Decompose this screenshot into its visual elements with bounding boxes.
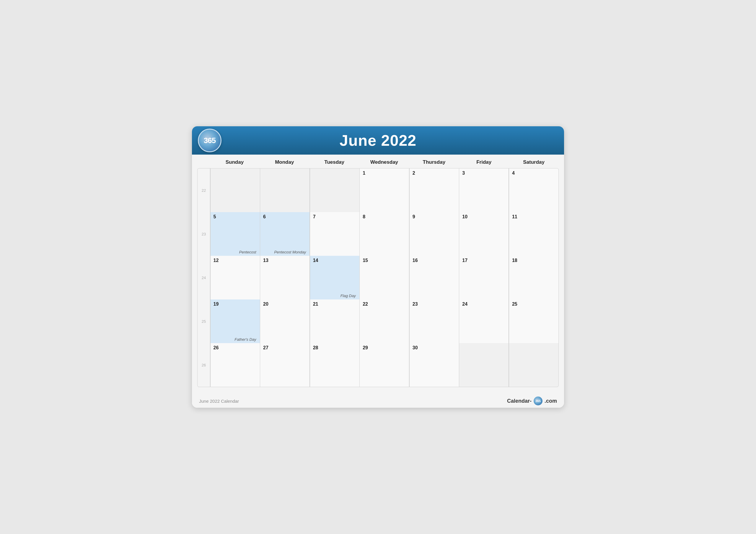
cal-cell-w2-d3[interactable]: 15 xyxy=(360,256,409,299)
day-num-20: 20 xyxy=(263,301,307,307)
cal-cell-w2-d5[interactable]: 17 xyxy=(459,256,508,299)
day-header-friday: Friday xyxy=(459,158,509,167)
cal-cell-w3-d6[interactable]: 25 xyxy=(509,299,558,343)
cal-cell-w4-d2[interactable]: 28 xyxy=(310,343,359,387)
calendar-container: 365 June 2022 Sunday Monday Tuesday Wedn… xyxy=(192,126,564,408)
cal-cell-w2-d2[interactable]: 14Flag Day xyxy=(310,256,359,299)
week-num-3: 25 xyxy=(198,299,210,343)
cal-cell-w1-d4[interactable]: 9 xyxy=(410,212,459,256)
footer-brand-prefix: Calendar- xyxy=(507,398,531,404)
footer-brand-suffix: .com xyxy=(545,398,557,404)
cal-cell-w4-d1[interactable]: 27 xyxy=(260,343,310,387)
cal-cell-w4-d0[interactable]: 26 xyxy=(210,343,260,387)
day-num-17: 17 xyxy=(462,258,505,263)
calendar-body: Sunday Monday Tuesday Wednesday Thursday… xyxy=(192,155,564,393)
cal-cell-w4-d3[interactable]: 29 xyxy=(360,343,409,387)
week-num-1: 23 xyxy=(198,212,210,256)
cal-cell-w4-d6[interactable] xyxy=(509,343,558,387)
week-num-4: 26 xyxy=(198,343,210,387)
day-num-4: 4 xyxy=(512,170,555,176)
day-num-11: 11 xyxy=(512,214,555,219)
day-num-30: 30 xyxy=(413,345,456,350)
week-num-header-empty xyxy=(197,158,210,167)
cal-cell-w0-d2[interactable] xyxy=(310,168,359,212)
cal-cell-w2-d4[interactable]: 16 xyxy=(410,256,459,299)
calendar-row-2: 24121314Flag Day15161718 xyxy=(198,256,558,299)
day-num-16: 16 xyxy=(413,258,456,263)
day-header-monday: Monday xyxy=(259,158,310,167)
day-num-12: 12 xyxy=(213,258,257,263)
cal-cell-w3-d3[interactable]: 22 xyxy=(360,299,409,343)
day-num-3: 3 xyxy=(462,170,505,176)
cal-cell-w0-d5[interactable]: 3 xyxy=(459,168,508,212)
calendar-title: June 2022 xyxy=(339,132,417,149)
day-num-29: 29 xyxy=(363,345,406,350)
day-num-19: 19 xyxy=(213,301,257,307)
day-num-24: 24 xyxy=(462,301,505,307)
day-num-25: 25 xyxy=(512,301,555,307)
cal-cell-w2-d1[interactable]: 13 xyxy=(260,256,310,299)
day-header-wednesday: Wednesday xyxy=(359,158,409,167)
cal-cell-w1-d0[interactable]: 5Pentecost xyxy=(210,212,260,256)
event-label-14: Flag Day xyxy=(313,293,357,298)
cal-cell-w1-d2[interactable]: 7 xyxy=(310,212,359,256)
day-num-1: 1 xyxy=(363,170,406,176)
cal-cell-w0-d3[interactable]: 1 xyxy=(360,168,409,212)
cal-cell-w1-d1[interactable]: 6Pentecost Monday xyxy=(260,212,310,256)
cal-cell-w2-d6[interactable]: 18 xyxy=(509,256,558,299)
cal-cell-w3-d2[interactable]: 21 xyxy=(310,299,359,343)
cal-cell-w0-d1[interactable] xyxy=(260,168,310,212)
day-header-sunday: Sunday xyxy=(210,158,259,167)
calendar-header: 365 June 2022 xyxy=(192,126,564,155)
day-num-10: 10 xyxy=(462,214,505,219)
day-num-28: 28 xyxy=(313,345,357,350)
cal-cell-w4-d5[interactable] xyxy=(459,343,508,387)
cal-cell-w3-d4[interactable]: 23 xyxy=(410,299,459,343)
day-header-tuesday: Tuesday xyxy=(310,158,359,167)
day-num-23: 23 xyxy=(413,301,456,307)
day-headers: Sunday Monday Tuesday Wednesday Thursday… xyxy=(197,155,559,168)
cal-cell-w2-d0[interactable]: 12 xyxy=(210,256,260,299)
calendar-row-3: 2519Father's Day202122232425 xyxy=(198,299,558,343)
cal-cell-w1-d5[interactable]: 10 xyxy=(459,212,508,256)
day-header-saturday: Saturday xyxy=(509,158,559,167)
cal-cell-w3-d5[interactable]: 24 xyxy=(459,299,508,343)
calendar-row-4: 262627282930 xyxy=(198,343,558,387)
calendar-row-1: 235Pentecost6Pentecost Monday7891011 xyxy=(198,212,558,256)
footer-right: Calendar- 365 .com xyxy=(507,396,557,405)
cal-cell-w3-d0[interactable]: 19Father's Day xyxy=(210,299,260,343)
day-num-8: 8 xyxy=(363,214,406,219)
logo-text: 365 xyxy=(204,136,216,145)
day-num-7: 7 xyxy=(313,214,357,219)
calendar-footer: June 2022 Calendar Calendar- 365 .com xyxy=(192,393,564,408)
cal-cell-w1-d6[interactable]: 11 xyxy=(509,212,558,256)
logo-badge: 365 xyxy=(198,129,222,152)
cal-cell-w1-d3[interactable]: 8 xyxy=(360,212,409,256)
cal-cell-w3-d1[interactable]: 20 xyxy=(260,299,310,343)
event-label-5: Pentecost xyxy=(213,250,257,254)
day-num-9: 9 xyxy=(413,214,456,219)
day-num-14: 14 xyxy=(313,258,357,263)
week-num-0: 22 xyxy=(198,168,210,212)
footer-brand-badge: 365 xyxy=(534,396,543,405)
cal-cell-w4-d4[interactable]: 30 xyxy=(410,343,459,387)
day-num-6: 6 xyxy=(263,214,307,219)
footer-left-text: June 2022 Calendar xyxy=(199,398,239,404)
cal-cell-w0-d0[interactable] xyxy=(210,168,260,212)
event-label-6: Pentecost Monday xyxy=(263,250,307,254)
cal-cell-w0-d4[interactable]: 2 xyxy=(410,168,459,212)
day-header-thursday: Thursday xyxy=(409,158,459,167)
cal-cell-w0-d6[interactable]: 4 xyxy=(509,168,558,212)
day-num-15: 15 xyxy=(363,258,406,263)
calendar-row-0: 221234 xyxy=(198,168,558,212)
day-num-2: 2 xyxy=(413,170,456,176)
day-num-26: 26 xyxy=(213,345,257,350)
calendar-grid: 221234235Pentecost6Pentecost Monday78910… xyxy=(197,168,559,387)
event-label-19: Father's Day xyxy=(213,337,257,342)
day-num-22: 22 xyxy=(363,301,406,307)
day-num-21: 21 xyxy=(313,301,357,307)
day-num-27: 27 xyxy=(263,345,307,350)
day-num-18: 18 xyxy=(512,258,555,263)
week-num-2: 24 xyxy=(198,256,210,299)
day-num-5: 5 xyxy=(213,214,257,219)
